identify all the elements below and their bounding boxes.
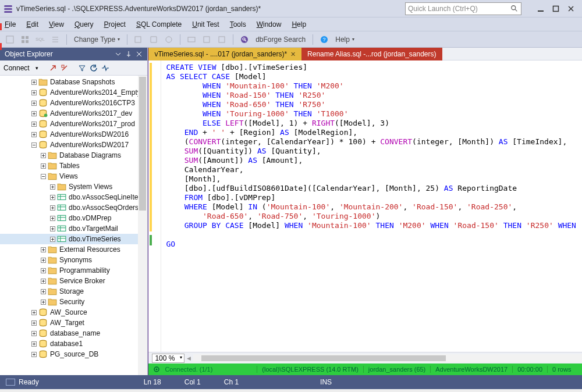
tree-item[interactable]: Storage (0, 286, 147, 297)
expand-icon[interactable] (30, 131, 37, 138)
help-icon[interactable]: ? (318, 33, 331, 46)
quick-launch-input[interactable]: Quick Launch (Ctrl+Q) (405, 2, 521, 15)
maximize-button[interactable] (548, 3, 563, 15)
tree-item[interactable]: Database Diagrams (0, 150, 147, 161)
menu-unittest[interactable]: Unit Test (192, 20, 219, 28)
connect-dropdown[interactable]: ▾ (36, 65, 38, 71)
expand-icon[interactable] (30, 351, 37, 358)
expand-icon[interactable] (30, 330, 37, 337)
tree-item[interactable]: AdventureWorks2017_prod (0, 119, 147, 129)
horizontal-scrollbar[interactable] (193, 354, 582, 362)
tool-a[interactable] (3, 33, 16, 46)
expand-icon[interactable] (49, 225, 56, 232)
code-editor[interactable]: CREATE VIEW [dbo].[vTimeSeries] AS SELEC… (148, 60, 582, 352)
tool-h[interactable] (185, 33, 198, 46)
hscroll-left[interactable]: ◀ (187, 355, 191, 361)
tree-item[interactable]: dbo.vDMPrep (0, 213, 147, 223)
expand-icon[interactable] (49, 194, 56, 201)
tree-item[interactable]: AdventureWorks2014_Empty (0, 87, 147, 98)
connect-button[interactable]: Connect (3, 64, 30, 72)
code-body[interactable]: CREATE VIEW [dbo].[vTimeSeries] AS SELEC… (161, 60, 582, 352)
tree-item[interactable]: Security (0, 297, 147, 307)
tree-item[interactable]: External Resources (0, 244, 147, 255)
menu-sqlcomplete[interactable]: SQL Complete (136, 20, 182, 28)
tree-item[interactable]: Tables (0, 161, 147, 171)
menu-view[interactable]: View (49, 20, 64, 28)
expand-icon[interactable] (30, 319, 37, 326)
tool-g[interactable] (162, 33, 175, 46)
expand-icon[interactable] (40, 277, 47, 284)
expand-icon[interactable] (30, 110, 37, 117)
tree-item[interactable]: dbo.vAssocSeqOrders (0, 202, 147, 213)
close-tab-icon[interactable]: ✕ (290, 51, 296, 58)
expand-icon[interactable] (30, 99, 37, 106)
tool-list[interactable] (49, 33, 62, 46)
expand-icon[interactable] (30, 309, 37, 316)
menu-file[interactable]: File (5, 20, 16, 28)
zoom-select[interactable]: 100 %▾ (152, 354, 184, 363)
tree-item[interactable]: dbo.vTimeSeries (0, 234, 147, 244)
tree-item[interactable]: AdventureWorksDW2017 (0, 140, 147, 150)
close-button[interactable] (563, 3, 579, 15)
tree-item[interactable]: AW_Source (0, 307, 147, 318)
menu-query[interactable]: Query (74, 20, 94, 28)
tree-item[interactable]: AdventureWorksDW2016 (0, 129, 147, 140)
menu-project[interactable]: Project (104, 20, 126, 28)
activity-icon[interactable] (101, 64, 109, 72)
tool-i[interactable] (200, 33, 213, 46)
tab-vtimeseries[interactable]: vTimeSeries.sql - ....017 (jordan_sander… (148, 48, 301, 60)
pin-icon[interactable] (125, 51, 132, 58)
tool-f[interactable] (147, 33, 160, 46)
expand-icon[interactable] (49, 215, 56, 222)
tree-item[interactable]: System Views (0, 181, 147, 192)
expand-icon[interactable] (40, 256, 47, 263)
tree-item[interactable]: Service Broker (0, 276, 147, 286)
dbforge-search-button[interactable]: dbForge Search (253, 35, 308, 44)
tool-j[interactable] (215, 33, 228, 46)
tree-item[interactable]: dbo.vAssocSeqLineItems (0, 192, 147, 202)
tree-item[interactable]: AW_Target (0, 318, 147, 328)
tree-item[interactable]: Synonyms (0, 255, 147, 265)
expand-icon[interactable] (40, 246, 47, 253)
change-type-dropdown[interactable]: Change Type ▾ (72, 35, 122, 44)
expand-icon[interactable] (30, 340, 37, 347)
menu-window[interactable]: Window (257, 20, 282, 28)
expand-icon[interactable] (49, 236, 56, 243)
expand-icon[interactable] (30, 79, 37, 85)
tree-scrollbar[interactable] (138, 76, 147, 375)
dropdown-icon[interactable] (115, 51, 122, 58)
expand-icon[interactable] (49, 204, 56, 211)
stop-icon[interactable] (61, 64, 69, 72)
refresh-icon[interactable] (90, 64, 98, 72)
tree-item[interactable]: PG_source_DB (0, 349, 147, 359)
disconnect-icon[interactable] (49, 64, 57, 72)
expand-icon[interactable] (40, 288, 47, 295)
object-explorer-tree[interactable]: Database SnapshotsAdventureWorks2014_Emp… (0, 76, 147, 375)
tree-item[interactable]: Database Snapshots (0, 77, 147, 87)
tab-renamealias[interactable]: Rename Alias.sql -...rod (jordan_sanders… (301, 48, 442, 60)
expand-icon[interactable] (40, 162, 47, 169)
tool-grid[interactable] (19, 33, 31, 46)
tree-item[interactable]: Programmability (0, 265, 147, 276)
expand-icon[interactable] (40, 173, 47, 180)
tree-item[interactable]: AdventureWorks2016CTP3 (0, 98, 147, 108)
expand-icon[interactable] (40, 152, 47, 159)
tree-item[interactable]: AdventureWorks2017_dev (0, 108, 147, 119)
filter-icon[interactable] (78, 64, 86, 72)
tool-e[interactable] (132, 33, 145, 46)
tree-item[interactable]: database1 (0, 338, 147, 349)
tree-item[interactable]: dbo.vTargetMail (0, 223, 147, 234)
expand-icon[interactable] (49, 183, 56, 190)
tree-item[interactable]: Views (0, 171, 147, 181)
expand-icon[interactable] (30, 89, 37, 96)
expand-icon[interactable] (40, 298, 47, 305)
dbforge-icon[interactable] (238, 33, 251, 46)
menu-tools[interactable]: Tools (230, 20, 246, 28)
minimize-button[interactable] (533, 3, 548, 15)
expand-icon[interactable] (40, 267, 47, 274)
help-dropdown[interactable]: Help ▾ (333, 35, 357, 44)
menu-edit[interactable]: Edit (26, 20, 38, 28)
tool-sql[interactable]: SQL (34, 33, 47, 46)
expand-icon[interactable] (30, 120, 37, 127)
close-panel-icon[interactable] (136, 51, 143, 58)
